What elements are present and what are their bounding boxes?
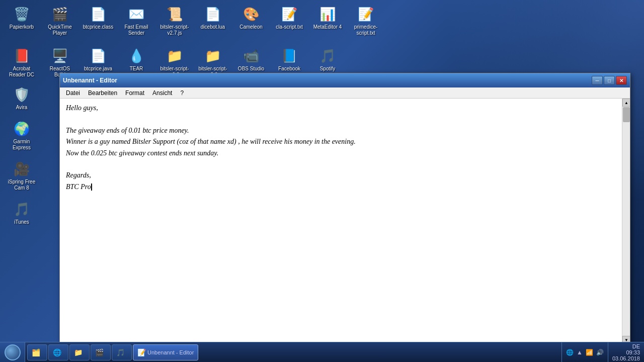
ispring-icon: 🎥	[12, 159, 32, 179]
garmin-label: Garmin Express	[6, 139, 38, 151]
spotify-desktop-icon: 🎵	[317, 46, 338, 66]
window-titlebar: Unbenannt - Editor ─ □ ✕	[60, 73, 630, 87]
desktop-icon-cameleon[interactable]: 🎨 Cameleon	[233, 3, 269, 38]
menu-help[interactable]: ?	[176, 88, 188, 98]
clascript-icon: 📝	[279, 4, 299, 24]
desktop-icon-primedice[interactable]: 📝 primedice-script.txt	[348, 3, 383, 38]
tray-network-icon[interactable]: 📶	[586, 349, 593, 356]
desktop-icon-itunes[interactable]: 🎵 iTunes	[4, 198, 39, 227]
desktop-icons-row1: 🗑️ Papierkorb 🎬 QuickTime Player 📄 btcpr…	[0, 0, 644, 40]
taskbar-item-media[interactable]: 🎬	[91, 344, 111, 360]
itunes-label: iTunes	[14, 219, 29, 225]
window-controls: ─ □ ✕	[592, 76, 627, 85]
menu-datei[interactable]: Datei	[62, 88, 84, 98]
itunes-icon: 🎵	[12, 199, 32, 219]
spotify-desktop-label: Spotify	[320, 66, 336, 72]
desktop-icon-clascript[interactable]: 📝 cla-script.txt	[272, 3, 307, 38]
tear-icon: 💧	[126, 46, 146, 66]
cameleon-icon: 🎨	[241, 4, 261, 24]
editor-line-3: The giveaway ends of 0.01 btc price mone…	[66, 125, 616, 136]
obsstudio-icon: 📹	[241, 46, 261, 66]
editor-window: Unbenannt - Editor ─ □ ✕ Datei Bearbeite…	[59, 73, 630, 344]
desktop-icon-garmin[interactable]: 🌍 Garmin Express	[4, 117, 39, 152]
scrollbar-track[interactable]	[622, 107, 630, 336]
bitslerscript27-icon: 📜	[165, 4, 185, 24]
cameleon-label: Cameleon	[239, 24, 263, 30]
tray-lang-icon[interactable]: 🌐	[566, 349, 574, 356]
reactosbuild-icon: 🖥️	[50, 46, 70, 66]
desktop-icon-metaeditor[interactable]: 📊 MetaEditor 4	[310, 3, 345, 38]
taskbar-editor-icon: 📝	[137, 348, 145, 356]
taskbar-filemanager-icon: 📁	[74, 348, 82, 356]
window-close-button[interactable]: ✕	[616, 76, 627, 85]
btcpricejava-icon: 📄	[88, 46, 108, 66]
window-content: Hello guys, The giveaway ends of 0.01 bt…	[60, 99, 630, 344]
papierkorb-icon: 🗑️	[12, 4, 32, 24]
quicktime-label: QuickTime Player	[44, 24, 76, 36]
editor-text-area[interactable]: Hello guys, The giveaway ends of 0.01 bt…	[60, 99, 622, 344]
scrollbar-thumb[interactable]	[623, 107, 630, 122]
clascript-label: cla-script.txt	[276, 24, 302, 30]
avira-label: Avira	[16, 105, 28, 111]
tray-icon-1[interactable]: ▲	[577, 349, 583, 356]
desktop-icon-papierkorb[interactable]: 🗑️ Papierkorb	[4, 3, 39, 38]
desktop: 🗑️ Papierkorb 🎬 QuickTime Player 📄 btcpr…	[0, 0, 644, 362]
taskbar-item-editor[interactable]: 📝 Unbenannt - Editor	[133, 344, 198, 360]
fastemailsender-icon: ✉️	[126, 4, 146, 24]
taskbar-spotify-icon: 🎵	[116, 348, 124, 356]
menu-ansicht[interactable]: Ansicht	[148, 88, 176, 98]
bitslerscript28-icon: 📁	[165, 46, 185, 66]
dicebot-icon: 📄	[203, 4, 223, 24]
metaeditor-label: MetaEditor 4	[313, 24, 342, 30]
facebook-label: Facebook	[278, 66, 300, 72]
papierkorb-label: Papierkorb	[10, 24, 34, 30]
window-title: Unbenannt - Editor	[63, 77, 589, 84]
desktop-icon-bitslerscript27[interactable]: 📜 bitsler-script-v2.7.js	[157, 3, 192, 38]
desktop-icon-acrobat[interactable]: 📕 Acrobat Reader DC	[4, 44, 39, 79]
ispring-label: iSpring Free Cam 8	[6, 179, 38, 191]
taskbar-chrome-icon: 🌐	[53, 348, 61, 356]
btcpricejava-label: btcprice.java	[84, 66, 112, 72]
fastemailsender-label: Fast Email Sender	[120, 24, 152, 36]
taskbar-explorer-icon: 🗂️	[32, 348, 40, 356]
menu-bearbeiten[interactable]: Bearbeiten	[84, 88, 121, 98]
acrobat-icon: 📕	[12, 46, 32, 66]
menu-format[interactable]: Format	[121, 88, 148, 98]
desktop-icon-ispring[interactable]: 🎥 iSpring Free Cam 8	[4, 157, 39, 193]
taskbar-item-explorer[interactable]: 🗂️	[27, 344, 47, 360]
desktop-icon-dicebot[interactable]: 📄 dicebot.lua	[195, 3, 230, 38]
taskbar-time: 09:33	[626, 349, 640, 355]
start-orb	[5, 344, 21, 360]
taskbar-tray: 🌐 ▲ 📶 🔊	[561, 342, 608, 363]
text-cursor	[91, 184, 92, 191]
facebook-icon: 📘	[279, 46, 299, 66]
taskbar-lang: DE	[632, 343, 640, 349]
bitslerscript27-label: bitsler-script-v2.7.js	[158, 24, 191, 36]
window-minimize-button[interactable]: ─	[592, 76, 603, 85]
taskbar-clock[interactable]: DE 09:33 03.06.2018	[608, 342, 644, 363]
desktop-icon-quicktime[interactable]: 🎬 QuickTime Player	[42, 3, 77, 38]
scrollbar-up-button[interactable]: ▲	[622, 99, 630, 107]
taskbar-item-chrome[interactable]: 🌐	[48, 344, 68, 360]
desktop-icon-avira[interactable]: 🛡️ Avira	[4, 83, 39, 112]
editor-scrollbar[interactable]: ▲ ▼	[622, 99, 630, 344]
btcprice-label: btcprice.class	[83, 24, 114, 30]
primedice-icon: 📝	[356, 4, 376, 24]
obsstudio-label: OBS Studio	[238, 66, 264, 72]
desktop-icon-btcprice[interactable]: 📄 btcprice.class	[80, 3, 116, 38]
editor-line-7: Regards,	[66, 170, 616, 181]
taskbar-item-filemanager[interactable]: 📁	[69, 344, 90, 360]
editor-line-4: Winner is a guy named Bitsler Support (c…	[66, 136, 616, 147]
editor-line-5: Now the 0.025 btc giveaway contest ends …	[66, 148, 616, 159]
metaeditor-icon: 📊	[317, 4, 338, 24]
tray-volume-icon[interactable]: 🔊	[596, 349, 604, 356]
editor-line-1: Hello guys,	[66, 103, 616, 114]
window-maximize-button[interactable]: □	[604, 76, 615, 85]
btcprice-icon: 📄	[88, 4, 108, 24]
dicebot-label: dicebot.lua	[201, 24, 225, 30]
desktop-icon-fastemailsender[interactable]: ✉️ Fast Email Sender	[119, 3, 154, 38]
avira-icon: 🛡️	[12, 84, 32, 105]
taskbar-item-spotify[interactable]: 🎵	[112, 344, 132, 360]
bitslerscript30-icon: 📁	[203, 46, 223, 66]
start-button[interactable]	[0, 342, 25, 363]
